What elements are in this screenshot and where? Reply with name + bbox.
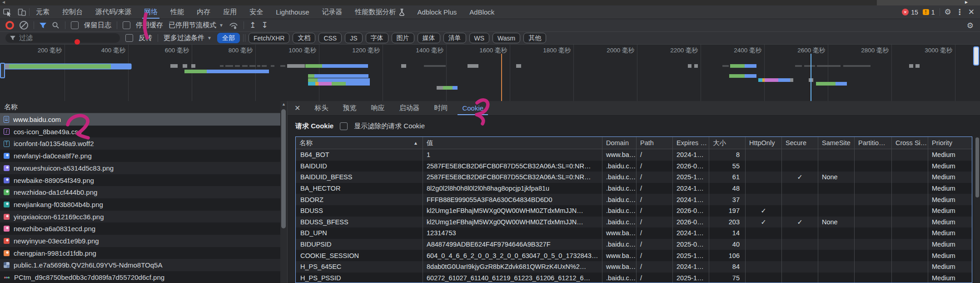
more-filters-dropdown[interactable]: 更多过滤条件 ▼ <box>164 34 212 42</box>
filter-pill-js[interactable]: JS <box>345 33 362 43</box>
column-header-value[interactable]: 值 <box>423 137 602 149</box>
detail-tab-initiator[interactable]: 启动器 <box>392 101 427 115</box>
waterfall-bar[interactable] <box>305 64 368 68</box>
overview-scrollbar-thumb[interactable] <box>973 46 979 66</box>
cookie-row[interactable]: BDORZFFFB88E999055A3F8A630C64834BD6D0.ba… <box>296 194 972 205</box>
network-conditions-icon[interactable] <box>229 21 238 30</box>
cookie-row[interactable]: BAIDUID2587FE5E8CB2D6FCB0F87D55CB32A06A:… <box>296 161 972 172</box>
tab-elements[interactable]: 元素 <box>30 5 56 19</box>
preserve-log-checkbox[interactable] <box>71 21 79 29</box>
waterfall-bar[interactable] <box>437 86 458 90</box>
record-network-log-button[interactable] <box>5 21 14 30</box>
request-row[interactable]: yingxiaoicon-612169cc36.png <box>0 211 280 223</box>
column-header-partition-key[interactable]: Partitio… <box>855 137 892 149</box>
waterfall-bar[interactable] <box>468 64 479 68</box>
request-row[interactable]: newxueshuicon-a5314d5c83.png <box>0 162 280 174</box>
details-scrollbar[interactable] <box>975 136 980 283</box>
column-header-samesite[interactable]: SameSite <box>818 137 855 149</box>
waterfall-bar[interactable] <box>191 64 196 68</box>
scrollbar-thumb[interactable] <box>281 109 286 228</box>
waterfall-bar[interactable] <box>424 65 446 67</box>
console-warnings-badge[interactable]: ! 1 <box>923 9 935 16</box>
request-row[interactable]: chengpian-9981cd1fdb.png <box>0 247 280 259</box>
column-header-cross-site[interactable]: Cross Si… <box>892 137 928 149</box>
settings-gear-icon[interactable]: ⚙ <box>945 8 951 16</box>
waterfall-bar[interactable] <box>795 65 802 67</box>
request-row[interactable]: newzhibo-a6a0831ecd.png <box>0 222 280 235</box>
filter-pill-other[interactable]: 其他 <box>523 33 546 43</box>
show-filtered-cookies-checkbox[interactable] <box>340 122 348 130</box>
waterfall-bar[interactable] <box>909 64 914 68</box>
waterfall-bar[interactable] <box>225 65 234 67</box>
request-row[interactable]: newbaike-889054f349.png <box>0 174 280 187</box>
cookie-row[interactable]: BD_UPN12314753www.ba…/2024-1…14Medium <box>296 227 972 239</box>
waterfall-bar[interactable] <box>516 64 521 68</box>
selected-request-bar[interactable] <box>3 64 131 69</box>
filter-pill-all[interactable]: 全部 <box>217 33 240 43</box>
request-row[interactable]: newjiankang-f03b804b4b.png <box>0 198 280 211</box>
tab-sources[interactable]: 源代码/来源 <box>89 5 138 19</box>
request-row[interactable]: newfanyi-da0cea8f7e.png <box>0 150 280 162</box>
network-settings-gear-icon[interactable]: ⚙ <box>967 19 974 32</box>
close-devtools-icon[interactable]: ✕ <box>968 8 975 16</box>
column-header-path[interactable]: Path <box>637 137 673 149</box>
waterfall-bar[interactable] <box>694 64 698 68</box>
cookie-row[interactable]: BIDUPSIDA8487499ADBE624F4F9794646A9B327F… <box>296 239 972 250</box>
request-row[interactable]: newzhidao-da1cf444b0.png <box>0 186 280 198</box>
tab-performance-insights[interactable]: 性能数据分析 <box>349 5 411 19</box>
device-toolbar-icon[interactable] <box>17 8 26 16</box>
waterfall-bar[interactable] <box>730 64 756 68</box>
detail-tab-preview[interactable]: 预览 <box>335 101 363 115</box>
waterfall-bar[interactable] <box>183 64 187 68</box>
request-list-scrollbar[interactable]: ▲ <box>280 101 287 283</box>
scroll-right-arrow-icon[interactable]: ► <box>964 0 969 5</box>
waterfall-bar[interactable] <box>722 65 729 67</box>
detail-tab-response[interactable]: 响应 <box>363 101 392 115</box>
waterfall-bar[interactable] <box>220 65 224 67</box>
more-options-kebab-icon[interactable]: ⋮ <box>956 8 964 16</box>
cookie-row[interactable]: BA_HECTOR8l2g0l2l8h0h8l0l2l0h8hag8opcjp1… <box>296 183 972 194</box>
waterfall-bar[interactable] <box>688 64 691 68</box>
filter-pill-wasm[interactable]: Wasm <box>492 33 520 43</box>
column-header-httponly[interactable]: HttpOnly <box>746 137 782 149</box>
tab-security[interactable]: 安全 <box>243 5 269 19</box>
cookie-row[interactable]: COOKIE_SESSION604_0_4_6_6_2_0_0_3_2_0_0_… <box>296 250 972 261</box>
waterfall-bar[interactable] <box>271 65 274 67</box>
waterfall-bar[interactable] <box>235 65 240 67</box>
invert-filter-checkbox[interactable] <box>125 34 133 42</box>
waterfall-bar[interactable] <box>758 78 794 82</box>
waterfall-bar[interactable] <box>816 82 847 86</box>
detail-tab-headers[interactable]: 标头 <box>307 101 335 115</box>
tab-adblock-plus[interactable]: Adblock Plus <box>411 5 463 19</box>
cookie-row[interactable]: H_PS_PSSID60272_61027_61140_61219_61223_… <box>296 273 972 283</box>
close-details-icon[interactable]: ✕ <box>288 104 307 112</box>
waterfall-bar[interactable] <box>308 78 370 82</box>
filter-input[interactable]: 过滤 <box>5 33 120 43</box>
cookie-row[interactable]: H_PS_645EC8dab0tG0UarI9kjyGzR8bKZdvk681Q… <box>296 261 972 273</box>
waterfall-bar[interactable] <box>401 64 407 68</box>
waterfall-bar[interactable] <box>843 65 871 67</box>
waterfall-bar[interactable] <box>915 64 920 68</box>
request-row[interactable]: newyinyue-03ecd1e9b9.png <box>0 235 280 247</box>
waterfall-bar[interactable] <box>170 64 178 68</box>
waterfall-bar[interactable] <box>280 65 286 67</box>
filter-icon[interactable] <box>40 22 46 29</box>
filter-pill-manifest[interactable]: 清单 <box>443 33 466 43</box>
scrollbar-thumb[interactable] <box>975 137 979 197</box>
filter-pill-css[interactable]: CSS <box>318 33 342 43</box>
waterfall-bar[interactable] <box>817 65 841 67</box>
overview-grip[interactable] <box>0 63 5 78</box>
scroll-up-arrow-icon[interactable]: ▲ <box>282 102 286 106</box>
tab-lighthouse[interactable]: Lighthouse <box>269 5 315 19</box>
inspect-element-icon[interactable] <box>3 8 12 16</box>
scroll-left-arrow-icon[interactable]: ◄ <box>1 0 6 5</box>
filter-pill-font[interactable]: 字体 <box>366 33 388 43</box>
filter-pill-media[interactable]: 媒体 <box>418 33 440 43</box>
tab-recorder[interactable]: 记录器 <box>316 5 349 19</box>
column-header-secure[interactable]: Secure <box>782 137 818 149</box>
search-icon[interactable] <box>52 21 60 29</box>
waterfall-bar[interactable] <box>287 64 305 68</box>
tab-network[interactable]: 网络 <box>138 5 164 19</box>
request-row[interactable]: /cos-icon_8bae49a.css <box>0 126 280 138</box>
request-row[interactable]: PCtm_d9c8750bed0b3c7d089fa7d55720d6cf.pn… <box>0 271 280 283</box>
